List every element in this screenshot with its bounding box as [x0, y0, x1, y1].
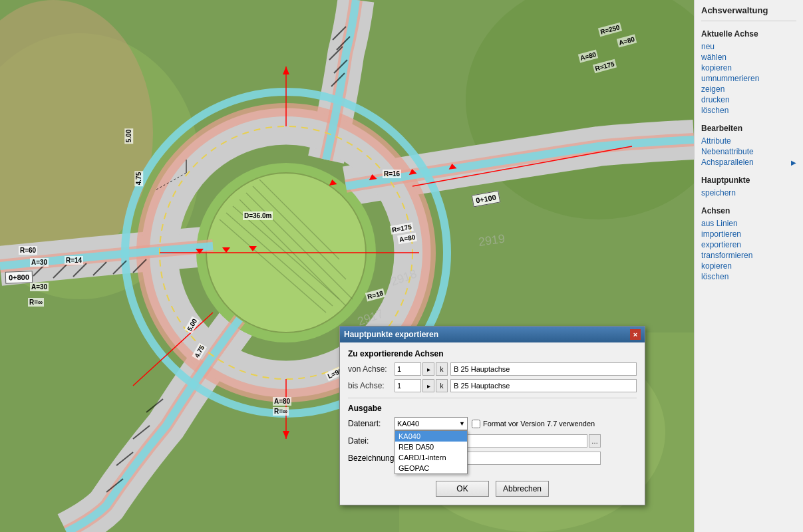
panel-title: Achsverwaltung: [701, 5, 796, 15]
von-achse-pick-btn-1[interactable]: ▸: [422, 362, 434, 376]
von-achse-row: von Achse: ▸ k: [348, 362, 637, 376]
von-achse-pick-btn-2[interactable]: k: [436, 362, 448, 376]
von-achse-name-input[interactable]: [450, 362, 637, 376]
bis-achse-input[interactable]: [395, 379, 421, 392]
panel-item-zeigen[interactable]: zeigen: [701, 84, 796, 94]
dim-a80-4: A=80: [273, 397, 291, 406]
panel-item-umnummerieren[interactable]: umnummerieren: [701, 73, 796, 84]
datenart-option-ka040[interactable]: KA040: [395, 431, 467, 442]
dim-500-1: 5.00: [124, 128, 133, 144]
datenart-selected-value: KA040: [397, 420, 459, 428]
dim-475-1: 4.75: [134, 171, 143, 186]
von-achse-label: von Achse:: [348, 364, 395, 374]
panel-item-exportieren[interactable]: exportieren: [701, 239, 796, 250]
dim-a30-1: A=30: [30, 258, 49, 267]
dialog-buttons: OK Abbrechen: [340, 475, 645, 505]
von-achse-input[interactable]: [395, 362, 421, 376]
datenart-dropdown[interactable]: KA040 ▼: [395, 417, 468, 430]
bezeichnung-label: Bezeichnung:: [348, 454, 395, 463]
dim-rinf: R=∞: [28, 298, 44, 307]
dialog-section-achsen: Zu exportierende Achsen: [348, 349, 637, 358]
dim-a30-2: A=30: [30, 283, 49, 291]
panel-item-waehlen[interactable]: wählen: [701, 52, 796, 63]
section-achsen: Achsen: [701, 206, 796, 215]
achsparallelen-arrow-icon: ▶: [791, 159, 796, 166]
datei-browse-btn[interactable]: …: [589, 434, 601, 448]
panel-item-achsparallelen[interactable]: Achsparallelen ▶: [701, 157, 796, 168]
bis-achse-label: bis Achse:: [348, 381, 395, 390]
panel-item-speichern[interactable]: speichern: [701, 188, 796, 198]
format-version-label: Format vor Version 7.7 verwenden: [483, 420, 595, 428]
panel-item-transformieren[interactable]: transformieren: [701, 250, 796, 261]
datei-label: Datei:: [348, 436, 395, 446]
panel-item-loeschen2[interactable]: löschen: [701, 271, 796, 282]
panel-item-attribute[interactable]: Attribute: [701, 136, 796, 146]
panel-item-kopieren2[interactable]: kopieren: [701, 261, 796, 271]
dialog-section-ausgabe: Ausgabe: [348, 404, 637, 413]
dim-r14: R=14: [65, 256, 83, 265]
abbrechen-button[interactable]: Abbrechen: [496, 481, 549, 497]
bis-achse-pick-btn-1[interactable]: ▸: [422, 379, 434, 392]
dialog-title: Hauptpunkte exportieren: [344, 330, 438, 339]
section-hauptpunkte: Hauptpunkte: [701, 176, 796, 185]
hauptpunkte-exportieren-dialog: Hauptpunkte exportieren × Zu exportieren…: [339, 326, 645, 505]
datenart-label: Datenart:: [348, 419, 395, 428]
bis-achse-row: bis Achse: ▸ k: [348, 379, 637, 392]
panel-item-neu[interactable]: neu: [701, 41, 796, 52]
panel-item-nebenattribute[interactable]: Nebenattribute: [701, 146, 796, 157]
datenart-dropdown-list: KA040 REB DA50 CARD/1-intern GEOPAC: [395, 430, 468, 474]
format-version-checkbox[interactable]: [472, 420, 480, 428]
map-area: 2918 2917 2919 0+100 0+800 R=250 A=80 A=…: [0, 0, 694, 532]
datei-row: Datei: …: [348, 434, 637, 448]
panel-item-aus-linien[interactable]: aus Linien: [701, 218, 796, 229]
datenart-dropdown-container: KA040 ▼ KA040 REB DA50 CARD/1-intern GEO…: [395, 417, 468, 430]
bis-achse-pick-btn-2[interactable]: k: [436, 379, 448, 392]
datenart-option-card1[interactable]: CARD/1-intern: [395, 452, 467, 463]
format-version-checkbox-label: Format vor Version 7.7 verwenden: [472, 420, 595, 428]
dialog-titlebar: Hauptpunkte exportieren ×: [340, 327, 645, 342]
panel-item-importieren[interactable]: importieren: [701, 229, 796, 239]
datenart-option-reb-da50[interactable]: REB DA50: [395, 442, 467, 452]
divider-1: [701, 21, 796, 21]
dim-rinf-2: R=∞: [273, 407, 289, 416]
bis-achse-name-input[interactable]: [450, 379, 637, 392]
datenart-dropdown-arrow: ▼: [459, 420, 465, 427]
datenart-option-geopac[interactable]: GEOPAC: [395, 463, 467, 473]
section-aktuelle-achse: Aktuelle Achse: [701, 29, 796, 39]
panel-item-drucken[interactable]: drucken: [701, 94, 796, 105]
right-panel: Achsverwaltung Aktuelle Achse neu wählen…: [694, 0, 803, 532]
dim-r16: R=16: [383, 170, 401, 178]
station-0plus800: 0+800: [5, 271, 33, 283]
section-bearbeiten: Bearbeiten: [701, 124, 796, 133]
dim-d36: D=36.0m: [243, 211, 273, 220]
dim-r60: R=60: [19, 246, 37, 255]
panel-item-kopieren[interactable]: kopieren: [701, 63, 796, 73]
ok-button[interactable]: OK: [436, 481, 489, 497]
panel-item-loeschen[interactable]: löschen: [701, 105, 796, 116]
bezeichnung-row: Bezeichnung:: [348, 452, 637, 465]
dialog-close-button[interactable]: ×: [630, 329, 641, 340]
datenart-row: Datenart: KA040 ▼ KA040 REB DA50 CARD/1-…: [348, 417, 637, 430]
